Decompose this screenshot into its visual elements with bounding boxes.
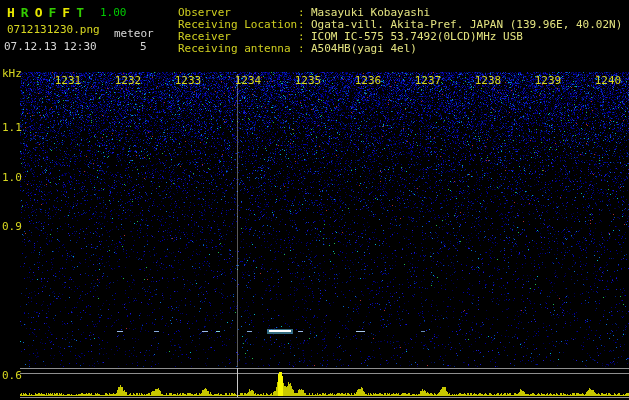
logo-letter: F	[62, 5, 70, 20]
app-logo: HROFFT	[7, 5, 90, 20]
time-tick-label: 1231	[55, 75, 82, 87]
meteor-count: 5	[140, 41, 147, 53]
logo-letter: F	[48, 5, 56, 20]
time-tick-label: 1238	[475, 75, 502, 87]
freq-tick-label: 0.9	[2, 221, 22, 233]
logo-letter: O	[35, 5, 43, 20]
logo-letter: H	[7, 5, 15, 20]
time-tick-label: 1240	[595, 75, 622, 87]
freq-tick-label: 0.6	[2, 370, 22, 382]
info-value: A504HB(yagi 4el)	[311, 43, 417, 55]
mode-label: meteor	[114, 28, 154, 40]
time-tick-label: 1232	[115, 75, 142, 87]
time-tick-label: 1235	[295, 75, 322, 87]
hrofft-screen: HROFFT 1.00 0712131230.png meteor 07.12.…	[0, 0, 629, 400]
time-tick-label: 1236	[355, 75, 382, 87]
info-row: Receiving antenna:A504HB(yagi 4el)	[178, 43, 622, 55]
logo-letter: T	[76, 5, 84, 20]
spectrogram-canvas	[0, 0, 629, 400]
output-filename: 0712131230.png	[7, 24, 100, 36]
freq-tick-label: 1.1	[2, 122, 22, 134]
freq-axis-unit: kHz	[2, 68, 22, 80]
info-label: Receiving antenna	[178, 43, 298, 55]
time-tick-label: 1234	[235, 75, 262, 87]
observation-datetime: 07.12.13 12:30	[4, 41, 97, 53]
freq-tick-label: 1.0	[2, 172, 22, 184]
logo-letter: R	[21, 5, 29, 20]
time-tick-label: 1233	[175, 75, 202, 87]
time-tick-label: 1239	[535, 75, 562, 87]
info-separator: :	[298, 43, 311, 55]
app-version: 1.00	[100, 7, 127, 19]
observer-info-block: Observer:Masayuki KobayashiReceiving Loc…	[178, 7, 622, 55]
time-tick-label: 1237	[415, 75, 442, 87]
